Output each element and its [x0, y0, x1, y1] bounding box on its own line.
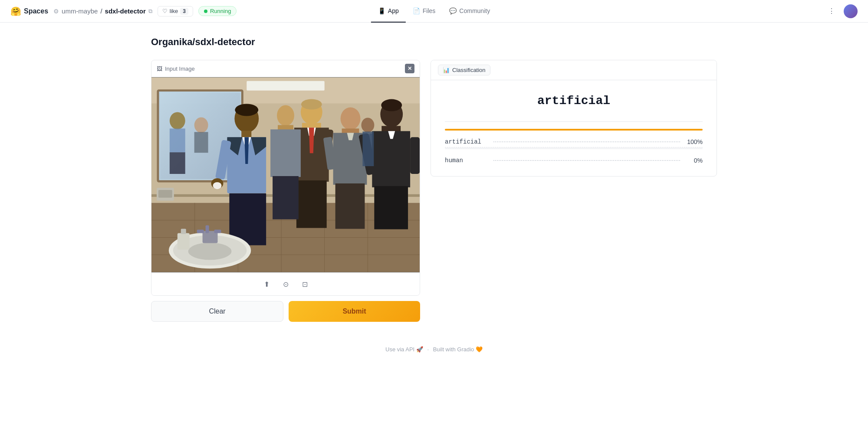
clear-button[interactable]: Clear: [151, 301, 283, 322]
svg-rect-70: [178, 233, 190, 250]
svg-point-61: [361, 118, 374, 132]
submit-button[interactable]: Submit: [289, 301, 420, 322]
svg-rect-56: [410, 137, 420, 174]
input-image-container: 🖼 Input Image ✕: [151, 60, 420, 296]
header-right: ⋮: [825, 4, 858, 18]
spaces-emoji-icon: 🤗: [10, 6, 21, 16]
nav-files-label: Files: [423, 7, 436, 14]
header-nav: 📱 App 📄 Files 💬 Community: [371, 0, 497, 23]
svg-rect-2: [247, 81, 324, 91]
spaces-logo[interactable]: 🤗 Spaces: [10, 6, 48, 16]
input-image-text: Input Image: [165, 65, 195, 72]
action-buttons: Clear Submit: [151, 301, 420, 322]
progress-bar-bg: [445, 129, 703, 131]
svg-rect-68: [197, 230, 204, 233]
heart-icon: ♡: [162, 8, 168, 14]
input-image-label: 🖼 Input Image: [157, 65, 195, 72]
svg-point-42: [341, 108, 361, 130]
page-title: Organika/sdxl-detector: [151, 36, 717, 48]
human-pct: 0%: [685, 157, 703, 164]
nav-app[interactable]: 📱 App: [371, 0, 406, 23]
progress-row-human: human 0%: [445, 151, 703, 166]
upload-button[interactable]: ⬆: [260, 278, 273, 290]
progress-section: artificial 100% human: [445, 121, 703, 166]
artificial-pct: 100%: [685, 138, 703, 145]
repo-separator: /: [100, 7, 102, 15]
svg-rect-73: [158, 190, 172, 198]
svg-rect-54: [374, 186, 408, 229]
progress-bar-bg-2: [445, 147, 703, 149]
like-count: 3: [180, 8, 188, 15]
image-icon: 🖼: [157, 65, 162, 72]
right-panel: 📊 Classification artificial: [431, 60, 717, 177]
app-icon: 📱: [378, 7, 385, 14]
svg-point-65: [188, 242, 232, 260]
nav-files[interactable]: 📄 Files: [406, 0, 443, 23]
svg-rect-69: [214, 230, 221, 233]
close-button[interactable]: ✕: [405, 64, 414, 73]
progress-bar-fill-artificial: [445, 129, 703, 131]
classification-header: 📊 Classification: [431, 60, 717, 80]
classification-body: artificial artificial 100%: [431, 80, 717, 176]
svg-point-57: [277, 105, 294, 126]
svg-point-34: [301, 99, 322, 110]
artificial-label: artificial: [445, 138, 488, 145]
webcam-icon: ⊙: [283, 280, 289, 288]
progress-row-artificial: artificial 100%: [445, 132, 703, 147]
result-label: artificial: [445, 94, 703, 108]
avatar[interactable]: [844, 4, 858, 18]
repo-name[interactable]: sdxl-detector: [105, 7, 146, 15]
svg-rect-39: [296, 180, 327, 228]
upload-icon: ⬆: [264, 280, 270, 288]
repo-owner[interactable]: umm-maybe: [62, 7, 98, 15]
svg-rect-60: [273, 176, 299, 219]
header: 🤗 Spaces ⚙ umm-maybe / sdxl-detector ⧉ ♡…: [0, 0, 868, 23]
copy-icon[interactable]: ⧉: [148, 8, 152, 15]
repo-path: ⚙ umm-maybe / sdxl-detector ⧉: [53, 7, 152, 15]
running-label: Running: [210, 8, 231, 14]
svg-rect-19: [194, 132, 208, 153]
image-toolbar: ⬆ ⊙ ⊡: [151, 272, 420, 295]
api-label: Use via API: [385, 346, 414, 353]
footer: Use via API 🚀 · Built with Gradio 🧡: [0, 336, 868, 363]
classification-tab-label: Classification: [452, 67, 486, 73]
spaces-label: Spaces: [24, 7, 48, 15]
image-scene: [151, 77, 420, 272]
progress-dots-2: [493, 160, 680, 161]
svg-rect-67: [206, 226, 209, 233]
progress-bar-artificial: [445, 129, 703, 131]
svg-rect-59: [270, 129, 301, 177]
nav-community[interactable]: 💬 Community: [442, 0, 497, 23]
svg-rect-52: [372, 131, 410, 187]
main-content: Organika/sdxl-detector 🖼 Input Image ✕: [130, 23, 738, 336]
app-layout: 🖼 Input Image ✕: [151, 60, 717, 322]
svg-rect-46: [335, 183, 365, 229]
header-left: 🤗 Spaces ⚙ umm-maybe / sdxl-detector ⧉ ♡…: [10, 6, 237, 16]
like-button[interactable]: ♡ like 3: [158, 6, 193, 16]
clipboard-button[interactable]: ⊡: [299, 278, 311, 290]
svg-point-32: [213, 182, 222, 189]
classification-tab[interactable]: 📊 Classification: [438, 65, 490, 75]
chart-icon: 📊: [443, 67, 450, 73]
svg-point-18: [194, 117, 208, 133]
files-icon: 📄: [413, 7, 420, 14]
left-panel: 🖼 Input Image ✕: [151, 60, 420, 322]
human-label: human: [445, 157, 488, 164]
svg-rect-71: [181, 229, 186, 234]
nav-app-label: App: [388, 7, 399, 14]
api-icon: 🚀: [416, 346, 423, 353]
more-options-button[interactable]: ⋮: [825, 4, 838, 18]
progress-bar-human: [445, 147, 703, 149]
input-image-header: 🖼 Input Image ✕: [151, 60, 420, 77]
like-label: like: [170, 8, 178, 14]
clipboard-icon: ⊡: [302, 280, 308, 288]
webcam-button[interactable]: ⊙: [279, 278, 292, 290]
settings-icon: ⚙: [53, 8, 59, 15]
svg-point-15: [170, 112, 185, 129]
svg-rect-17: [170, 152, 185, 174]
community-icon: 💬: [449, 7, 457, 14]
classification-container: 📊 Classification artificial: [431, 60, 717, 177]
nav-community-label: Community: [459, 7, 490, 14]
svg-rect-51: [381, 126, 401, 132]
progress-dots: [493, 141, 680, 142]
